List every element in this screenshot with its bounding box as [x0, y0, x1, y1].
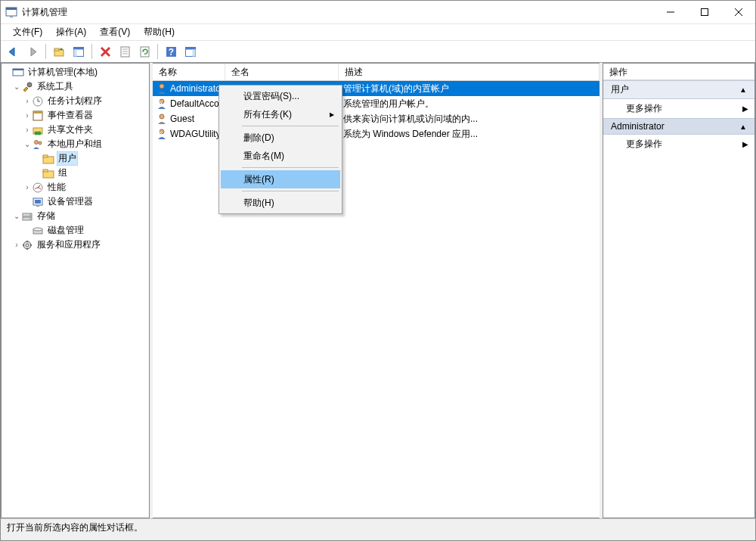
- collapse-icon: ▲: [739, 86, 747, 94]
- svg-rect-2: [10, 17, 13, 17]
- node-label: 计算机管理(本地): [26, 65, 99, 79]
- tools-icon: [21, 81, 33, 93]
- menu-view[interactable]: 查看(V): [94, 25, 136, 39]
- body: 计算机管理(本地) ⌄ 系统工具 › 任务计划程序 › 事件查看器: [1, 63, 755, 518]
- svg-point-48: [29, 214, 31, 216]
- column-full-name[interactable]: 全名: [225, 64, 339, 80]
- cell-desc: 系统为 Windows Defender 应用...: [339, 128, 600, 141]
- expand-toggle[interactable]: ›: [23, 97, 32, 105]
- svg-rect-45: [35, 200, 41, 204]
- minimize-button[interactable]: [653, 2, 687, 23]
- toolbar-separator: [157, 44, 158, 59]
- cell-desc: 系统管理的用户帐户。: [339, 98, 600, 110]
- properties-button[interactable]: [116, 42, 134, 61]
- menu-help[interactable]: 帮助(H): [138, 25, 181, 39]
- cell-desc: 管理计算机(域)的内置帐户: [339, 82, 600, 95]
- svg-rect-44: [36, 206, 39, 207]
- toolbar-separator: [45, 44, 46, 59]
- window-title: 计算机管理: [22, 6, 67, 19]
- tree-node-local-users-groups[interactable]: ⌄ 本地用户和组: [2, 137, 149, 151]
- action-pane-header: 操作: [603, 64, 754, 80]
- svg-rect-8: [54, 48, 59, 51]
- tree-node-services-applications[interactable]: › 服务和应用程序: [2, 238, 149, 252]
- svg-rect-23: [193, 49, 196, 56]
- action-section-users[interactable]: 用户 ▲: [603, 80, 754, 99]
- svg-point-34: [38, 131, 42, 135]
- tree-node-root[interactable]: 计算机管理(本地): [2, 65, 149, 79]
- status-text: 打开当前所选内容的属性对话框。: [7, 522, 143, 533]
- svg-point-26: [27, 82, 32, 87]
- svg-rect-4: [701, 9, 708, 16]
- svg-rect-31: [33, 111, 42, 113]
- maximize-button[interactable]: [687, 2, 721, 23]
- delete-button[interactable]: [96, 42, 114, 61]
- ctx-properties[interactable]: 属性(R): [221, 170, 340, 188]
- action-section-label: 用户: [611, 83, 629, 96]
- column-description[interactable]: 描述: [339, 64, 600, 80]
- svg-rect-10: [74, 47, 84, 49]
- svg-rect-40: [43, 169, 48, 172]
- user-icon: [156, 128, 168, 140]
- ctx-delete[interactable]: 删除(D): [221, 129, 340, 147]
- menu-action[interactable]: 操作(A): [50, 25, 92, 39]
- ctx-all-tasks[interactable]: 所有任务(K): [221, 105, 340, 123]
- tree-node-system-tools[interactable]: ⌄ 系统工具: [2, 79, 149, 94]
- tree-node-task-scheduler[interactable]: › 任务计划程序: [2, 94, 149, 108]
- action-section-administrator[interactable]: Administrator ▲: [603, 118, 754, 135]
- tree-node-device-manager[interactable]: 设备管理器: [2, 194, 149, 209]
- titlebar: 计算机管理: [1, 1, 755, 24]
- ctx-set-password[interactable]: 设置密码(S)...: [221, 87, 340, 105]
- ctx-rename[interactable]: 重命名(M): [221, 147, 340, 165]
- folder-icon: [42, 167, 54, 179]
- collapse-toggle[interactable]: ⌄: [23, 140, 32, 148]
- tree: 计算机管理(本地) ⌄ 系统工具 › 任务计划程序 › 事件查看器: [2, 64, 149, 253]
- user-icon: [156, 82, 168, 95]
- performance-icon: [32, 182, 44, 194]
- ctx-help[interactable]: 帮助(H): [221, 194, 340, 212]
- back-button[interactable]: [4, 42, 22, 61]
- collapse-toggle[interactable]: ⌄: [12, 82, 21, 91]
- node-label: 设备管理器: [46, 194, 94, 209]
- help-button[interactable]: ?: [162, 42, 180, 61]
- show-hide-tree-button[interactable]: [70, 42, 88, 61]
- show-hide-action-pane-button[interactable]: [181, 42, 200, 61]
- expand-toggle[interactable]: ›: [23, 183, 32, 191]
- refresh-button[interactable]: [135, 42, 153, 61]
- ctx-separator: [242, 191, 339, 191]
- folder-icon: [42, 153, 54, 165]
- close-button[interactable]: [721, 2, 755, 23]
- svg-point-56: [160, 114, 164, 119]
- svg-point-57: [160, 129, 164, 134]
- tree-node-shared-folders[interactable]: › 共享文件夹: [2, 123, 149, 137]
- tree-node-performance[interactable]: › 性能: [2, 180, 149, 194]
- expand-toggle[interactable]: ›: [23, 126, 32, 134]
- collapse-toggle[interactable]: ⌄: [12, 212, 21, 220]
- cell-name: Guest: [170, 113, 194, 124]
- app-icon: [5, 6, 17, 18]
- expand-toggle[interactable]: ›: [12, 241, 21, 249]
- expand-toggle[interactable]: ›: [23, 111, 32, 120]
- svg-rect-22: [186, 47, 196, 49]
- svg-text:?: ?: [168, 47, 173, 58]
- cell-name: DefaultAccount: [170, 98, 225, 109]
- context-menu: 设置密码(S)... 所有任务(K) 删除(D) 重命名(M) 属性(R) 帮助…: [218, 85, 342, 214]
- tree-node-groups[interactable]: 组: [2, 166, 149, 180]
- svg-rect-25: [13, 69, 23, 70]
- toolbar: ?: [1, 40, 755, 63]
- tree-node-disk-management[interactable]: 磁盘管理: [2, 223, 149, 238]
- menu-file[interactable]: 文件(F): [7, 25, 48, 39]
- action-more-2[interactable]: 更多操作 ▶: [603, 135, 754, 154]
- forward-button[interactable]: [23, 42, 42, 61]
- column-name[interactable]: 名称: [153, 64, 225, 80]
- tree-node-storage[interactable]: ⌄ 存储: [2, 209, 149, 223]
- up-button[interactable]: [50, 42, 68, 61]
- svg-point-36: [39, 141, 42, 145]
- tree-node-event-viewer[interactable]: › 事件查看器: [2, 108, 149, 123]
- collapse-icon: ▲: [739, 123, 747, 131]
- node-label: 任务计划程序: [46, 94, 104, 108]
- user-icon: [156, 98, 168, 110]
- user-icon: [156, 113, 168, 125]
- action-more-1[interactable]: 更多操作 ▶: [603, 99, 754, 118]
- tree-node-users[interactable]: 用户: [2, 151, 149, 166]
- node-label: 组: [57, 166, 69, 180]
